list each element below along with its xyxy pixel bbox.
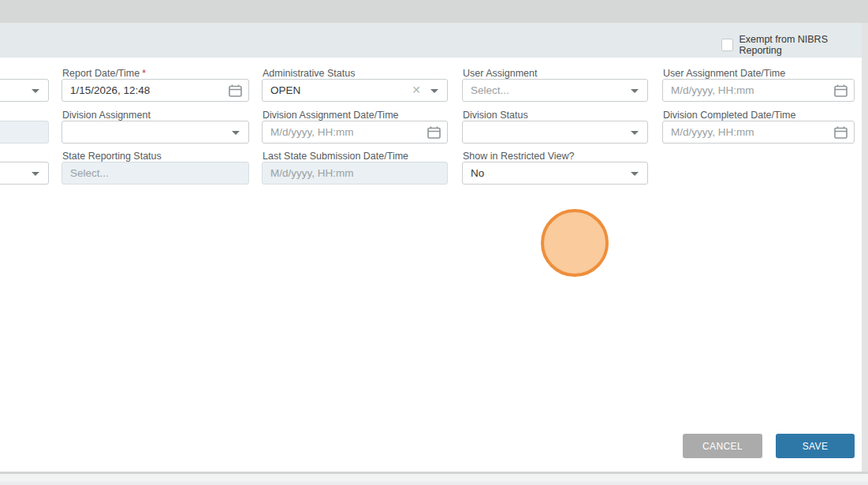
window-top-strip [0,0,868,23]
field-label-division-completed-datetime: Division Completed Date/Time [663,110,795,121]
left-clipped-select-1[interactable] [0,79,49,102]
chevron-down-icon [232,131,240,135]
save-button[interactable]: SAVE [776,434,855,458]
report-datetime-input[interactable]: 1/15/2026, 12:48 [61,79,249,102]
exempt-nibrs-checkbox-row: Exempt from NIBRS Reporting [721,34,868,56]
exempt-nibrs-label: Exempt from NIBRS Reporting [739,34,868,56]
field-label-administrative-status: Administrative Status [263,68,355,79]
chevron-down-icon [631,89,639,93]
required-asterisk: * [142,68,146,79]
last-state-submission-datetime-input: M/d/yyyy, HH:mm [262,162,448,185]
calendar-icon[interactable] [834,84,848,97]
user-assignment-select[interactable]: Select... [462,79,648,102]
page-footer-strip-lower [0,482,868,485]
chevron-down-icon [631,131,639,135]
field-label-user-assignment-datetime: User Assignment Date/Time [663,68,785,79]
division-completed-datetime-input[interactable]: M/d/yyyy, HH:mm [662,121,855,144]
exempt-nibrs-checkbox[interactable] [721,39,733,51]
calendar-icon[interactable] [427,126,441,139]
calendar-icon[interactable] [834,126,848,139]
field-label-report-datetime: Report Date/Time* [62,68,146,79]
clear-icon[interactable]: ✕ [412,80,421,101]
chevron-down-icon [32,89,39,93]
field-label-last-state-submission-datetime: Last State Submission Date/Time [263,151,408,162]
chevron-down-icon [430,89,438,93]
field-label-division-assignment: Division Assignment [62,110,151,121]
division-status-select[interactable] [462,121,648,144]
field-label-user-assignment: User Assignment [463,68,537,79]
field-label-show-in-restricted-view: Show in Restricted View? [463,151,575,162]
left-clipped-field-2 [0,121,49,144]
chevron-down-icon [631,172,639,176]
page-footer-strip [0,474,868,482]
field-label-division-status: Division Status [463,110,528,121]
division-assignment-select[interactable] [61,121,249,144]
click-indicator [541,209,609,277]
calendar-icon[interactable] [229,84,242,97]
left-clipped-select-3[interactable] [0,162,49,185]
field-label-state-reporting-status: State Reporting Status [62,151,162,162]
administrative-status-select[interactable]: OPEN ✕ [262,79,448,102]
user-assignment-datetime-input[interactable]: M/d/yyyy, HH:mm [662,79,855,102]
division-assignment-datetime-input[interactable]: M/d/yyyy, HH:mm [262,121,448,144]
right-edge-gutter [862,23,868,482]
show-in-restricted-view-select[interactable]: No [462,162,648,185]
chevron-down-icon [32,172,39,176]
field-label-division-assignment-datetime: Division Assignment Date/Time [263,110,399,121]
state-reporting-status-select: Select... [61,162,249,185]
cancel-button[interactable]: CANCEL [683,434,762,458]
